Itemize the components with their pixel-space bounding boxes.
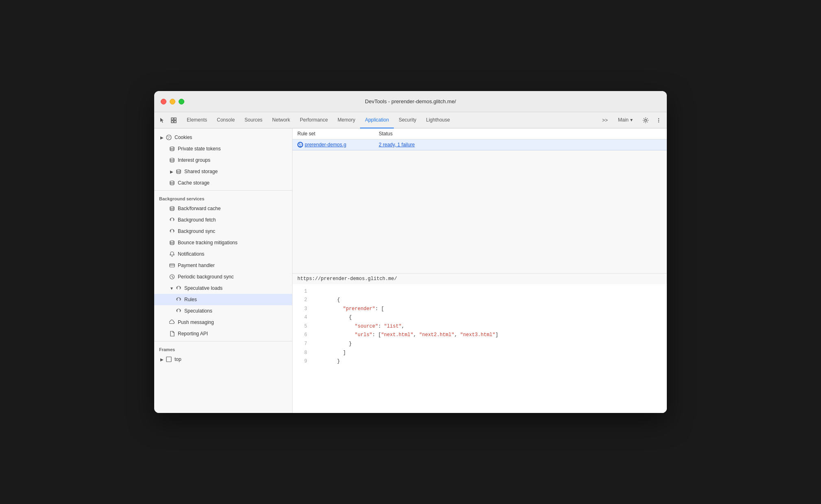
code-line-3: 3 "prerender": [ [297, 305, 662, 314]
sidebar-item-bounce-tracking[interactable]: Bounce tracking mitigations [154, 237, 292, 248]
sidebar-item-label: top [175, 356, 181, 362]
rule-set-cell[interactable]: ↻ prerender-demos.g [297, 142, 379, 148]
sidebar-item-label: Push messaging [178, 319, 214, 325]
svg-point-15 [170, 181, 174, 182]
sidebar-item-background-sync[interactable]: Background sync [154, 226, 292, 237]
line-number: 8 [297, 349, 307, 358]
line-number: 1 [297, 287, 307, 296]
tab-memory[interactable]: Memory [333, 112, 360, 128]
svg-point-16 [170, 206, 174, 208]
sidebar-item-notifications[interactable]: Notifications [154, 248, 292, 260]
svg-point-13 [170, 158, 174, 160]
sidebar-item-push-messaging[interactable]: Push messaging [154, 317, 292, 328]
tab-security[interactable]: Security [394, 112, 421, 128]
sidebar-item-label: Shared storage [184, 169, 218, 174]
svg-point-11 [168, 138, 169, 139]
window-title: DevTools - prerender-demos.glitch.me/ [365, 98, 456, 104]
more-options-icon[interactable] [654, 115, 664, 125]
line-number: 2 [297, 296, 307, 305]
sidebar-item-private-state-tokens[interactable]: Private state tokens [154, 143, 292, 154]
clock-icon [169, 274, 175, 280]
settings-icon[interactable] [641, 115, 651, 125]
sidebar-item-top-frame[interactable]: ▶ top [154, 354, 292, 365]
sidebar-item-shared-storage[interactable]: ▶ Shared storage [154, 166, 292, 177]
maximize-button[interactable] [179, 99, 184, 104]
sidebar-item-label: Speculations [184, 308, 212, 314]
sidebar-item-interest-groups[interactable]: Interest groups [154, 154, 292, 166]
cloud-icon [169, 319, 175, 326]
cursor-icon[interactable] [157, 115, 167, 125]
title-bar: DevTools - prerender-demos.glitch.me/ [154, 91, 667, 112]
code-area: 1 2 { 3 "prerender": [ 4 { [293, 284, 667, 413]
sidebar-item-cache-storage[interactable]: Cache storage [154, 177, 292, 189]
inspect-icon[interactable] [169, 115, 179, 125]
sidebar-item-label: Reporting API [178, 331, 208, 337]
main-dropdown[interactable]: Main ▾ [613, 112, 638, 128]
svg-point-17 [170, 241, 174, 242]
tab-lighthouse[interactable]: Lighthouse [421, 112, 455, 128]
content-area: Rule set Status ↻ prerender-demos.g 2 re… [293, 128, 667, 413]
table-header: Rule set Status [293, 128, 667, 139]
svg-rect-3 [174, 121, 176, 123]
svg-rect-1 [174, 118, 176, 120]
sync-icon [169, 217, 175, 223]
sidebar: ▶ Cookies Private state tokens Interest … [154, 128, 293, 413]
sidebar-item-speculative-loads[interactable]: ▼ Speculative loads [154, 282, 292, 294]
db-icon [169, 239, 175, 246]
code-line-5: 5 "source": "list", [297, 322, 662, 331]
sidebar-item-label: Speculative loads [184, 285, 223, 291]
svg-rect-18 [170, 264, 175, 267]
code-line-8: 8 ] [297, 349, 662, 358]
svg-point-5 [658, 118, 659, 119]
status-cell[interactable]: 2 ready, 1 failure [379, 142, 662, 148]
svg-rect-0 [171, 118, 173, 120]
code-line-2: 2 { [297, 296, 662, 305]
line-number: 7 [297, 340, 307, 349]
sidebar-item-payment-handler[interactable]: Payment handler [154, 260, 292, 271]
more-tabs-icon[interactable]: >> [600, 115, 610, 125]
sidebar-item-speculations[interactable]: Speculations [154, 305, 292, 317]
close-button[interactable] [161, 99, 166, 104]
tab-elements[interactable]: Elements [182, 112, 212, 128]
db-icon [169, 205, 175, 212]
sidebar-item-rules[interactable]: Rules [154, 294, 292, 305]
col-status: Status [379, 131, 662, 137]
dropdown-arrow-icon: ▾ [630, 117, 633, 123]
sidebar-item-label: Notifications [178, 251, 204, 257]
svg-point-8 [166, 135, 171, 140]
minimize-button[interactable] [170, 99, 175, 104]
table-row[interactable]: ↻ prerender-demos.g 2 ready, 1 failure [293, 139, 667, 150]
sidebar-item-background-fetch[interactable]: Background fetch [154, 214, 292, 226]
sidebar-item-reporting-api[interactable]: Reporting API [154, 328, 292, 339]
tab-bar-right: >> Main ▾ [600, 112, 664, 128]
rule-set-value: prerender-demos.g [305, 142, 346, 148]
sidebar-item-backforward-cache[interactable]: Back/forward cache [154, 203, 292, 214]
sidebar-item-label: Payment handler [178, 263, 215, 268]
db-icon [169, 146, 175, 152]
bg-services-header: Background services [154, 192, 292, 203]
col-rule-set: Rule set [297, 131, 379, 137]
tab-application[interactable]: Application [360, 112, 394, 128]
frames-header: Frames [154, 343, 292, 354]
sidebar-item-label: Background fetch [178, 217, 216, 223]
sidebar-item-periodic-bg-sync[interactable]: Periodic background sync [154, 271, 292, 282]
tab-performance[interactable]: Performance [295, 112, 333, 128]
url-bar: https://prerender-demos.glitch.me/ [293, 273, 667, 284]
expand-icon: ▶ [159, 356, 165, 362]
sidebar-item-label: Background sync [178, 228, 215, 234]
code-line-9: 9 } [297, 357, 662, 366]
traffic-lights [161, 99, 184, 104]
tab-network[interactable]: Network [267, 112, 295, 128]
code-line-6: 6 "urls": ["next.html", "next2.html", "n… [297, 331, 662, 340]
db-icon [175, 168, 182, 175]
tab-sources[interactable]: Sources [240, 112, 267, 128]
divider [154, 341, 292, 341]
tab-console[interactable]: Console [212, 112, 240, 128]
divider [154, 190, 292, 191]
db-icon [169, 180, 175, 186]
frame-icon [166, 356, 172, 363]
sidebar-item-cookies[interactable]: ▶ Cookies [154, 132, 292, 143]
expand-icon: ▶ [159, 135, 165, 140]
sync-icon [169, 228, 175, 235]
line-number: 6 [297, 331, 307, 340]
